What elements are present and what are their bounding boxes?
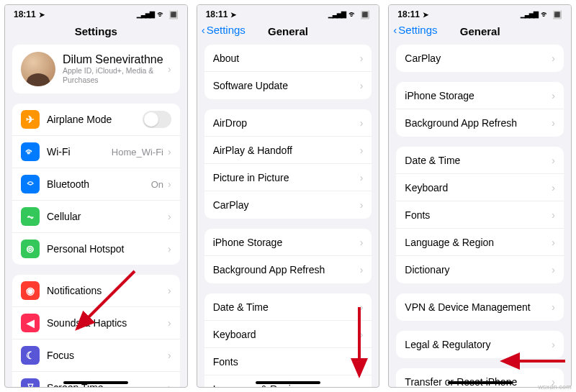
settings-row[interactable]: CarPlay› <box>396 45 564 72</box>
row-label: Software Update <box>213 80 360 91</box>
wifi-icon: ᯤ <box>157 9 166 19</box>
settings-row[interactable]: ☾Focus› <box>12 339 180 372</box>
back-button[interactable]: ‹ Settings <box>202 24 246 36</box>
location-icon: ➤ <box>39 11 45 19</box>
chevron-right-icon: › <box>360 172 364 183</box>
wifi-icon: ᯤ <box>541 9 549 19</box>
toggle-switch[interactable] <box>143 111 171 128</box>
row-label: Bluetooth <box>47 178 151 190</box>
settings-row[interactable]: AirPlay & Handoff› <box>204 137 372 164</box>
settings-row[interactable]: Picture in Picture› <box>204 164 372 191</box>
chevron-right-icon: › <box>552 209 555 221</box>
settings-scroll[interactable]: Dilum Senevirathne Apple ID, iCloud+, Me… <box>5 45 187 387</box>
settings-row[interactable]: Language & Region› <box>396 229 564 256</box>
settings-row[interactable]: VPN & Device Management› <box>396 293 564 321</box>
signal-icon: ▁▃▅▇ <box>521 11 538 18</box>
chevron-right-icon: › <box>360 356 364 368</box>
chevron-right-icon: › <box>168 178 171 190</box>
home-indicator[interactable] <box>256 381 320 384</box>
row-label: Personal Hotspot <box>47 243 168 255</box>
back-button[interactable]: ‹ Settings <box>393 24 437 36</box>
settings-row[interactable]: Background App Refresh› <box>396 109 564 137</box>
personal-hotspot-icon: ⊚ <box>21 240 40 258</box>
row-label: Notifications <box>47 285 168 296</box>
settings-row[interactable]: Keyboard› <box>396 174 564 201</box>
settings-row[interactable]: About› <box>204 45 372 72</box>
row-label: iPhone Storage <box>213 237 360 248</box>
chevron-right-icon: › <box>360 329 364 340</box>
chevron-right-icon: › <box>552 155 555 166</box>
chevron-right-icon: › <box>168 211 171 222</box>
chevron-right-icon: › <box>552 301 555 313</box>
settings-row[interactable]: Background App Refresh› <box>204 256 372 283</box>
chevron-right-icon: › <box>360 301 364 313</box>
row-label: Language & Region <box>405 237 552 248</box>
chevron-right-icon: › <box>552 53 555 64</box>
chevron-right-icon: › <box>552 339 555 350</box>
chevron-right-icon: › <box>168 243 171 255</box>
settings-row[interactable]: ᯤWi-FiHome_Wi-Fi› <box>12 136 180 168</box>
profile-row[interactable]: Dilum Senevirathne Apple ID, iCloud+, Me… <box>12 45 180 94</box>
notifications-icon: ◉ <box>21 281 40 300</box>
home-indicator[interactable] <box>448 381 513 384</box>
row-label: AirDrop <box>213 117 360 129</box>
row-label: Background App Refresh <box>405 117 552 129</box>
focus-icon: ☾ <box>21 346 40 365</box>
settings-row[interactable]: ⏦Cellular› <box>12 201 180 233</box>
chevron-right-icon: › <box>168 350 171 361</box>
row-label: Date & Time <box>213 301 360 313</box>
status-bar: 18:11 ➤ ▁▃▅▇ ᯤ 🔳 <box>389 5 571 21</box>
settings-row[interactable]: ⌛︎Screen Time› <box>12 372 180 387</box>
chevron-right-icon: › <box>552 90 555 101</box>
settings-row[interactable]: iPhone Storage› <box>396 82 564 109</box>
settings-row[interactable]: ◉Notifications› <box>12 275 180 307</box>
general-scroll[interactable]: About›Software Update› AirDrop›AirPlay &… <box>197 45 379 387</box>
settings-row[interactable]: AirDrop› <box>204 109 372 137</box>
settings-row[interactable]: ⌔BluetoothOn› <box>12 168 180 201</box>
settings-row[interactable]: Dictionary› <box>396 256 564 283</box>
avatar <box>21 52 55 86</box>
screen-time-icon: ⌛︎ <box>21 378 40 387</box>
chevron-right-icon: › <box>360 53 364 64</box>
chevron-right-icon: › <box>360 117 364 129</box>
settings-row[interactable]: Legal & Regulatory› <box>396 331 564 358</box>
page-title: Settings <box>75 25 117 37</box>
chevron-right-icon: › <box>552 264 555 275</box>
row-detail: Home_Wi-Fi <box>112 147 163 158</box>
row-label: Dictionary <box>405 264 552 275</box>
wi-fi-icon: ᯤ <box>21 142 40 161</box>
screen-general-bottom: 18:11 ➤ ▁▃▅▇ ᯤ 🔳 ‹ Settings General CarP… <box>388 4 572 388</box>
settings-row[interactable]: Date & Time› <box>204 293 372 321</box>
settings-row[interactable]: Keyboard› <box>204 321 372 348</box>
chevron-left-icon: ‹ <box>202 24 205 36</box>
cellular-icon: ⏦ <box>21 207 40 226</box>
settings-row[interactable]: Date & Time› <box>396 147 564 174</box>
status-time: 18:11 <box>206 9 228 19</box>
chevron-right-icon: › <box>168 285 171 296</box>
chevron-right-icon: › <box>552 237 555 248</box>
chevron-right-icon: › <box>360 145 364 156</box>
row-label: Keyboard <box>405 182 552 193</box>
settings-row[interactable]: ◀︎Sounds & Haptics› <box>12 307 180 339</box>
row-label: Airplane Mode <box>47 114 143 125</box>
settings-row[interactable]: Fonts› <box>396 201 564 229</box>
settings-row[interactable]: Software Update› <box>204 72 372 99</box>
back-label: Settings <box>207 24 246 36</box>
signal-icon: ▁▃▅▇ <box>137 11 154 18</box>
general-scroll[interactable]: CarPlay› iPhone Storage›Background App R… <box>389 45 571 387</box>
settings-row[interactable]: ✈︎Airplane Mode <box>12 104 180 136</box>
home-indicator[interactable] <box>63 381 128 384</box>
settings-row[interactable]: ⊚Personal Hotspot› <box>12 233 180 265</box>
row-detail: On <box>151 179 163 190</box>
row-label: Sounds & Haptics <box>47 317 168 329</box>
location-icon: ➤ <box>423 11 428 19</box>
row-label: Legal & Regulatory <box>405 339 552 350</box>
settings-row[interactable]: Fonts› <box>204 348 372 375</box>
row-label: iPhone Storage <box>405 90 552 101</box>
settings-row[interactable]: CarPlay› <box>204 191 372 219</box>
chevron-right-icon: › <box>360 383 364 388</box>
bluetooth-icon: ⌔ <box>21 175 40 193</box>
sounds-haptics-icon: ◀︎ <box>21 314 40 332</box>
chevron-right-icon: › <box>360 264 364 275</box>
settings-row[interactable]: iPhone Storage› <box>204 229 372 256</box>
